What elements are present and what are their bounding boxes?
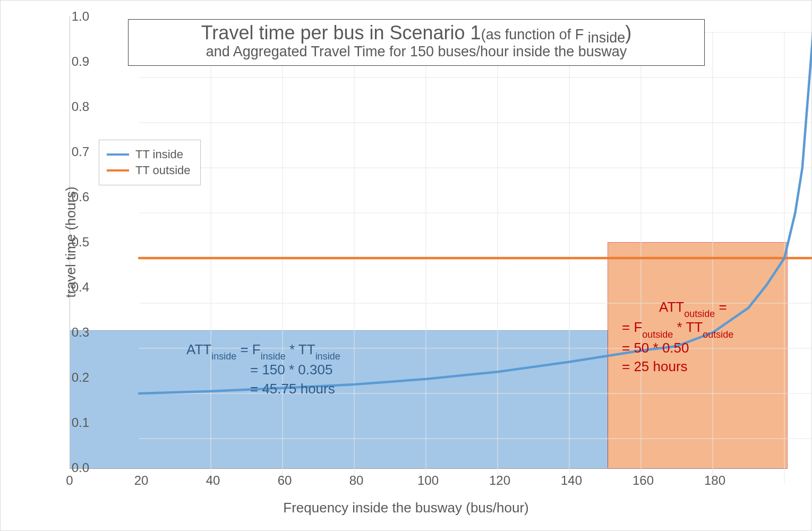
legend: TT inside TT outside xyxy=(99,140,201,185)
x-tick: 180 xyxy=(699,473,731,488)
txt: * TT xyxy=(286,341,315,357)
legend-label-outside: TT outside xyxy=(135,164,191,177)
sub: inside xyxy=(261,351,286,362)
txt: ATT xyxy=(659,299,684,315)
sub: outside xyxy=(703,329,733,340)
x-tick: 120 xyxy=(484,473,516,488)
legend-item-outside: TT outside xyxy=(107,164,191,177)
chart-title-line1: Travel time per bus in Scenario 1(as fun… xyxy=(135,22,698,44)
title-part-a: Travel time per bus in Scenario 1 xyxy=(201,22,481,44)
title-part-b-close: ) xyxy=(625,22,631,44)
x-tick: 160 xyxy=(627,473,659,488)
txt: = F xyxy=(236,341,261,357)
sub: inside xyxy=(315,351,340,362)
title-part-b-sub: inside xyxy=(584,30,625,46)
legend-item-inside: TT inside xyxy=(107,148,191,161)
legend-swatch-blue xyxy=(107,153,129,156)
x-tick: 100 xyxy=(412,473,444,488)
x-tick: 20 xyxy=(125,473,157,488)
annotation-att-inside: ATTinside = Finside * TTinside = 150 * 0… xyxy=(186,340,516,398)
sub: outside xyxy=(684,309,715,319)
annot-outside-line3: = 50 * 0.50 xyxy=(622,339,776,357)
y-tick: 0.8 xyxy=(63,99,89,114)
txt: ATT xyxy=(186,341,211,357)
y-axis-label: travel time (hours) xyxy=(63,186,79,298)
y-tick: 0.7 xyxy=(63,144,89,159)
title-part-b-open: ( xyxy=(481,27,486,42)
txt: = xyxy=(715,299,726,315)
x-tick: 140 xyxy=(555,473,587,488)
annot-outside-line2: = Foutside * TToutside xyxy=(622,318,776,338)
chart-container: 0.0 0.1 0.2 0.3 0.4 0.5 0.6 0.7 0.8 0.9 … xyxy=(0,0,812,531)
x-axis-label: Frequency inside the busway (bus/hour) xyxy=(1,500,811,516)
annot-outside-line1: ATToutside = xyxy=(622,298,776,318)
plot-area xyxy=(70,16,787,468)
plot-svg xyxy=(139,32,812,484)
txt: * TT xyxy=(673,319,703,335)
annot-inside-line3: = 45.75 hours xyxy=(186,380,516,398)
x-tick: 60 xyxy=(269,473,301,488)
x-tick: 0 xyxy=(54,473,86,488)
y-tick: 1.0 xyxy=(63,9,89,24)
y-tick: 0.2 xyxy=(63,370,89,385)
annotation-att-outside: ATToutside = = Foutside * TToutside = 50… xyxy=(622,298,776,376)
legend-swatch-orange xyxy=(107,169,129,172)
sub: inside xyxy=(211,351,236,362)
sub: outside xyxy=(642,329,673,340)
chart-title-line2: and Aggregated Travel Time for 150 buses… xyxy=(135,44,698,60)
annot-inside-line1: ATTinside = Finside * TTinside xyxy=(186,340,516,361)
y-tick: 0.3 xyxy=(63,325,89,340)
x-tick: 80 xyxy=(340,473,372,488)
legend-label-inside: TT inside xyxy=(135,148,183,161)
y-tick: 0.1 xyxy=(63,415,89,430)
txt: = F xyxy=(622,319,642,335)
annot-inside-line2: = 150 * 0.305 xyxy=(186,361,516,379)
title-part-b-text: as function of F xyxy=(486,27,584,42)
annot-outside-line4: = 25 hours xyxy=(622,357,776,376)
chart-title-box: Travel time per bus in Scenario 1(as fun… xyxy=(128,19,705,66)
y-tick: 0.9 xyxy=(63,54,89,69)
x-tick: 40 xyxy=(197,473,229,488)
